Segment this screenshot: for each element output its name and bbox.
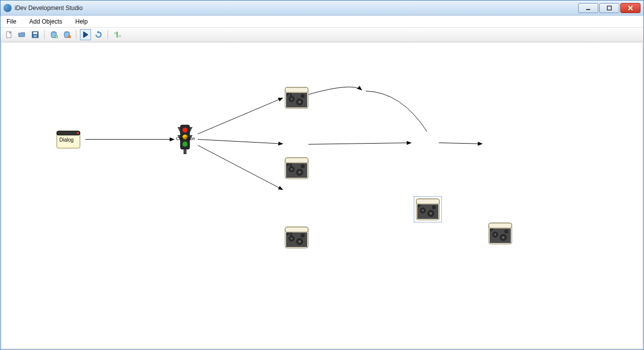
connections-layer (2, 43, 642, 348)
svg-marker-16 (97, 31, 99, 34)
add-link-button[interactable] (61, 29, 72, 40)
menu-help[interactable]: Help (73, 17, 90, 26)
menubar: File Add Objects Help (1, 16, 643, 28)
node-label: Dialog (59, 137, 73, 143)
open-button[interactable] (17, 29, 28, 40)
refresh-icon (95, 31, 103, 39)
maximize-icon (606, 5, 612, 11)
node-label: Condition (173, 136, 198, 141)
binary-icon: 0110 (113, 31, 121, 39)
node-dialog[interactable]: Dialog (56, 128, 81, 153)
node-p3[interactable]: P3 (285, 226, 309, 249)
database-icon (50, 31, 58, 39)
node-p2[interactable]: P2 (285, 157, 309, 179)
svg-text:10: 10 (118, 35, 121, 38)
gearbox-icon (416, 198, 440, 220)
save-icon (31, 31, 39, 39)
new-button[interactable] (4, 29, 15, 40)
gearbox-icon (285, 226, 309, 249)
svg-line-26 (439, 143, 482, 144)
svg-rect-1 (607, 6, 611, 10)
svg-marker-15 (83, 32, 88, 38)
binary-button[interactable]: 0110 (112, 29, 123, 40)
play-icon (81, 31, 89, 39)
refresh-button[interactable] (93, 29, 104, 40)
node-label: P3 (287, 231, 292, 237)
close-button[interactable] (620, 3, 640, 13)
add-db-button[interactable] (48, 29, 59, 40)
svg-point-37 (182, 142, 188, 147)
node-label: P2 (287, 162, 292, 167)
toolbar-separator (44, 30, 45, 39)
svg-point-14 (68, 35, 71, 38)
window-title: iDev Development Studio (15, 5, 578, 12)
close-icon (627, 5, 633, 11)
folder-open-icon (18, 31, 26, 39)
titlebar[interactable]: iDev Development Studio (1, 1, 643, 16)
node-condition[interactable]: Condition (174, 124, 196, 155)
svg-line-22 (198, 98, 283, 134)
gearbox-icon (488, 222, 512, 245)
app-window: iDev Development Studio File Add Objects… (0, 0, 644, 350)
canvas[interactable]: Dialog Condition (1, 42, 643, 349)
svg-rect-28 (57, 131, 80, 135)
node-label: P (490, 227, 493, 232)
svg-marker-32 (190, 127, 193, 133)
svg-line-24 (198, 145, 283, 189)
run-button[interactable] (80, 29, 91, 40)
node-p-selected[interactable]: P (416, 198, 440, 220)
toolbar-separator (108, 30, 108, 39)
svg-marker-31 (177, 127, 180, 133)
node-label: P1 (287, 92, 292, 97)
toolbar-separator (76, 30, 76, 39)
toolbar: 0110 (1, 28, 643, 42)
node-p1[interactable]: P1 (285, 87, 309, 109)
svg-rect-8 (34, 35, 37, 37)
svg-text:01: 01 (114, 32, 117, 35)
database-link-icon (63, 31, 71, 39)
save-button[interactable] (30, 29, 41, 40)
menu-file[interactable]: File (5, 17, 18, 26)
minimize-button[interactable] (578, 3, 598, 13)
svg-rect-29 (77, 132, 79, 134)
svg-line-25 (308, 143, 411, 144)
svg-line-23 (198, 140, 283, 144)
gearbox-icon (285, 87, 309, 109)
new-file-icon (5, 31, 13, 39)
node-p-right[interactable]: P (488, 222, 512, 245)
svg-point-35 (182, 128, 188, 133)
svg-rect-7 (33, 32, 37, 34)
node-label: P (418, 203, 421, 208)
menu-add-objects[interactable]: Add Objects (27, 17, 64, 26)
maximize-button[interactable] (599, 3, 619, 13)
svg-rect-38 (183, 149, 187, 154)
gearbox-icon (285, 157, 309, 179)
app-icon (4, 4, 12, 12)
minimize-icon (585, 5, 591, 11)
window-controls (578, 3, 640, 13)
